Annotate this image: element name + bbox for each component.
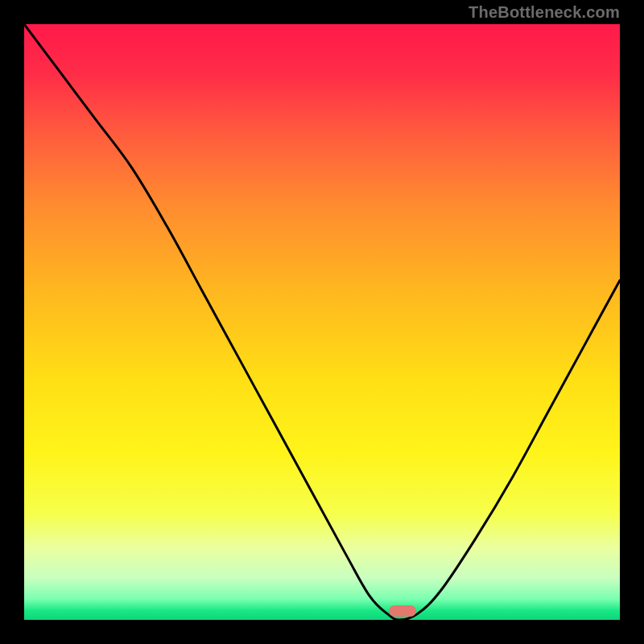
bottleneck-curve — [24, 24, 620, 620]
plot-area — [24, 24, 620, 620]
optimal-marker — [389, 605, 416, 617]
watermark-text: TheBottleneck.com — [469, 3, 620, 22]
chart-frame: TheBottleneck.com — [0, 0, 644, 644]
curve-layer — [24, 24, 620, 620]
